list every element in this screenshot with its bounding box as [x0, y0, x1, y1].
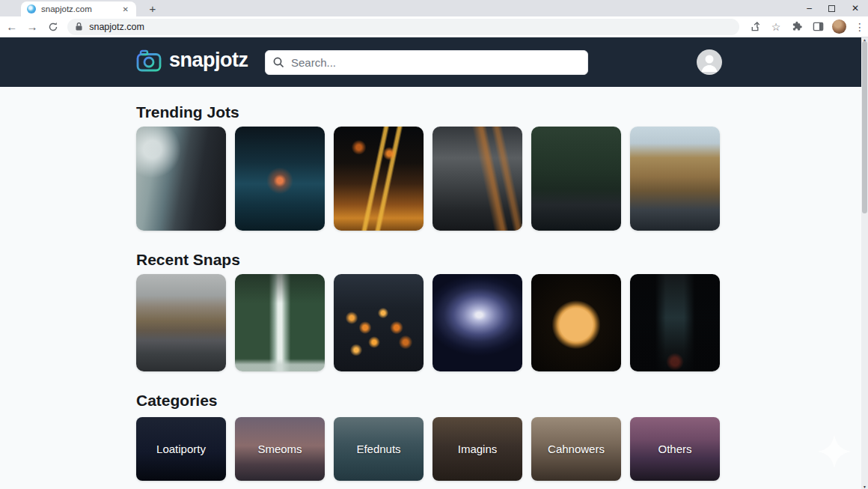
- extensions-button[interactable]: [789, 19, 805, 35]
- reload-button[interactable]: [44, 18, 61, 36]
- category-label: Loatiporty: [156, 443, 206, 455]
- category-row: Loatiporty Smeoms Efednuts Imagins Cahno…: [136, 417, 861, 481]
- category-card-efednuts[interactable]: Efednuts: [334, 417, 424, 481]
- scroll-down-arrow-icon[interactable]: ▼: [861, 485, 868, 489]
- back-button[interactable]: ←: [3, 18, 20, 36]
- url-field[interactable]: snapjotz.com: [67, 19, 739, 35]
- new-tab-button[interactable]: +: [144, 1, 161, 16]
- photo-forest-waterfall[interactable]: [235, 274, 325, 371]
- browser-tab[interactable]: snapjotz.com ✕: [21, 1, 136, 16]
- category-label: Efednuts: [356, 443, 400, 455]
- category-card-smeoms[interactable]: Smeoms: [235, 417, 325, 481]
- site-logo-text: snapjotz: [169, 49, 248, 72]
- puzzle-icon: [792, 21, 803, 32]
- browser-window: snapjotz.com ✕ + – ✕ ← → snapjotz.com: [0, 0, 868, 489]
- category-label: Others: [658, 443, 691, 455]
- person-icon: [697, 49, 722, 75]
- category-card-imagins[interactable]: Imagins: [433, 417, 522, 481]
- category-label: Cahnowers: [548, 443, 605, 455]
- photo-teal-underpass-corridor[interactable]: [235, 127, 325, 231]
- share-button[interactable]: [747, 19, 763, 35]
- photo-night-village-lights[interactable]: [334, 274, 424, 371]
- category-card-cahnowers[interactable]: Cahnowers: [531, 417, 621, 481]
- window-maximize-button[interactable]: [828, 5, 835, 12]
- category-label: Imagins: [458, 443, 498, 455]
- search-icon: [272, 56, 285, 69]
- section-title-trending: Trending Jots: [136, 103, 861, 121]
- photo-golden-valley-river[interactable]: [630, 127, 720, 231]
- trending-photo-row: [136, 127, 861, 231]
- category-card-loatiporty[interactable]: Loatiporty: [136, 417, 226, 481]
- sparkle-watermark: [817, 434, 852, 469]
- camera-logo-icon: [136, 49, 162, 72]
- side-panel-button[interactable]: [810, 19, 826, 35]
- bookmark-button[interactable]: ☆: [768, 19, 784, 35]
- user-avatar[interactable]: [697, 49, 722, 75]
- photo-silhouette-doorway-phone[interactable]: [630, 274, 720, 371]
- page-scrollbar[interactable]: ▲ ▼: [861, 37, 868, 489]
- photo-coastal-road-car-mirror[interactable]: [136, 127, 226, 231]
- search-input[interactable]: [265, 50, 588, 75]
- photo-night-street-yellow-lines[interactable]: [334, 127, 424, 231]
- tab-title: snapjotz.com: [41, 4, 116, 13]
- photo-full-orange-moon[interactable]: [531, 274, 621, 371]
- share-icon: [750, 21, 761, 32]
- recent-photo-row: [136, 274, 861, 371]
- site-logo[interactable]: snapjotz: [136, 49, 248, 72]
- scrollbar-thumb[interactable]: [862, 41, 867, 213]
- window-controls: – ✕: [807, 0, 864, 16]
- forward-button[interactable]: →: [23, 18, 40, 36]
- section-title-categories: Categories: [136, 391, 861, 410]
- window-close-button[interactable]: ✕: [852, 4, 859, 13]
- url-text: snapjotz.com: [89, 22, 144, 32]
- browser-profile-avatar[interactable]: [831, 19, 847, 35]
- browser-menu-button[interactable]: ⋮: [852, 19, 868, 35]
- section-title-recent: Recent Snaps: [136, 250, 861, 269]
- photo-andromeda-galaxy[interactable]: [433, 274, 522, 371]
- photo-desert-mountain-highway[interactable]: [136, 274, 226, 371]
- browser-toolbar-icons: ☆ ⋮: [747, 19, 868, 35]
- address-bar: ← → snapjotz.com ☆: [0, 16, 868, 37]
- tab-close-icon[interactable]: ✕: [121, 5, 130, 13]
- lock-icon: [75, 22, 83, 31]
- side-panel-icon: [813, 21, 824, 32]
- tab-strip: snapjotz.com ✕ + – ✕: [0, 0, 868, 16]
- site-header: snapjotz: [0, 37, 868, 87]
- site-favicon-icon: [27, 4, 36, 13]
- search-box: [265, 50, 588, 75]
- category-card-others[interactable]: Others: [630, 417, 720, 481]
- photo-industrial-bridge-structure[interactable]: [433, 127, 522, 231]
- window-minimize-button[interactable]: –: [807, 4, 812, 13]
- photo-forest-road-pines[interactable]: [531, 127, 621, 231]
- page-content: Trending Jots Recent Snaps Categories Lo…: [0, 87, 861, 489]
- category-label: Smeoms: [257, 443, 302, 455]
- profile-avatar-image: [832, 19, 846, 34]
- reload-icon: [48, 22, 58, 32]
